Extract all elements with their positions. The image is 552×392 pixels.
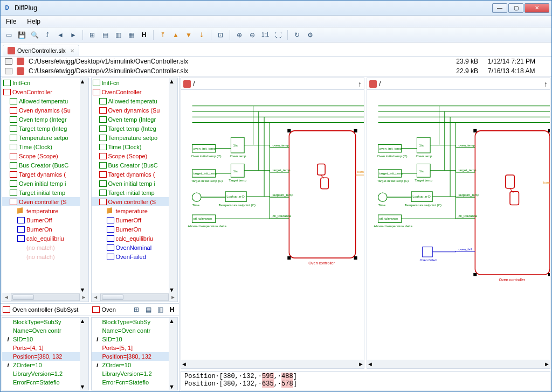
tree-item[interactable]: Oven initial temp i [92,179,178,188]
tree-item[interactable]: calc_equilibriu [2,234,88,243]
tree-item[interactable]: Target dynamics ( [2,170,88,179]
tree-item[interactable]: InitFcn [92,78,178,87]
scrollbar-vertical[interactable]: ▲▼ [169,78,177,293]
scrollbar-horizontal[interactable]: ◄► [367,360,550,368]
scrollbar-horizontal[interactable]: ◄► [2,293,88,302]
tree-item[interactable]: temperature [92,206,178,215]
tree-item[interactable]: Scope (Scope) [2,151,88,160]
tree-item[interactable]: BurnerOff [2,215,88,225]
tree-item[interactable]: Oven controller (S [2,197,88,206]
tree-item[interactable]: (no match) [2,252,88,261]
layout4-icon[interactable]: ▦ [126,30,136,40]
tree-item[interactable]: OvenNominal [92,243,178,252]
tree-item[interactable]: Oven initial temp i [2,179,88,188]
diff-first-icon[interactable]: ⤒ [158,30,168,40]
scrollbar-vertical[interactable]: ▲▼ [80,78,88,293]
menu-file[interactable]: File [4,17,18,26]
zoom-in-icon[interactable]: ⊕ [234,30,244,40]
forward-icon[interactable]: ► [68,30,78,40]
zoom-actual-icon[interactable]: 1:1 [260,30,270,40]
up-arrow-icon[interactable]: ↑ [544,80,548,88]
property-row[interactable]: Name=Oven contr [2,326,88,335]
tree-item[interactable]: BurnerOff [92,215,178,225]
tree-item[interactable]: Oven temp (Integr [2,115,88,124]
layout3-icon[interactable]: ▥ [113,30,123,40]
property-row[interactable]: Position=[380, 132 [2,352,88,361]
zoom-out-icon[interactable]: ⊖ [247,30,257,40]
diff-last-icon[interactable]: ⤓ [197,30,206,40]
diagram-right[interactable]: / ↑ oven_init_temp Oven initial temp (C)… [367,78,550,369]
property-row[interactable]: ErrorFcn=Stateflo [2,378,88,387]
tab-close-icon[interactable]: ✕ [70,48,74,54]
grid-icon[interactable]: ⊡ [216,30,225,40]
up-arrow-icon[interactable]: ↑ [358,80,362,88]
tree-item[interactable]: BurnerOn [2,225,88,234]
tree-item[interactable]: BurnerOn [92,225,178,234]
props-left[interactable]: BlockType=SubSyName=Oven contriSID=10Por… [2,317,89,390]
h-icon[interactable]: H [139,30,149,40]
tree-item[interactable]: Target temp (Integ [92,124,178,133]
save-icon[interactable]: 💾 [17,30,26,40]
diff-next-icon[interactable]: ▼ [184,30,194,40]
tree-item[interactable]: Bus Creator (BusC [2,160,88,170]
menu-help[interactable]: Help [25,17,43,26]
property-row[interactable]: iSID=10 [2,335,88,344]
property-row[interactable]: ErrorFcn=Stateflo [92,378,178,387]
tree-item[interactable]: Target temp (Integ [2,124,88,133]
search-icon[interactable]: 🔍 [30,30,39,40]
tab-ovencontroller[interactable]: OvenController.slx ✕ [3,45,79,56]
maximize-button[interactable]: ▢ [508,3,523,13]
tree-item[interactable]: calc_equilibriu [92,234,178,243]
tree-right[interactable]: InitFcnOvenControllerAllowed temperatuOv… [91,78,178,302]
tree-item[interactable]: Oven dynamics (Su [2,106,88,115]
tree-item[interactable]: Scope (Scope) [92,151,178,160]
property-row[interactable]: iZOrder=10 [2,361,88,369]
tree-item[interactable]: Target initial temp [2,188,88,197]
tree-left[interactable]: InitFcnOvenControllerAllowed temperatuOv… [2,78,89,302]
h-icon[interactable]: H [167,305,177,314]
gear-icon[interactable]: ⚙ [305,30,315,40]
up-icon[interactable]: ⤴ [43,30,52,40]
close-button[interactable]: ✕ [525,3,549,13]
tree-item[interactable]: Allowed temperatu [2,96,88,106]
scrollbar-horizontal[interactable]: ◄► [181,360,364,368]
props-right[interactable]: BlockType=SubSyName=Oven contriSID=10Por… [91,317,178,390]
layout2-icon[interactable]: ▤ [100,30,110,40]
zoom-fit-icon[interactable]: ⛶ [273,30,283,40]
property-row[interactable]: Position=[380, 132 [92,352,178,361]
layout1-icon[interactable]: ⊞ [87,30,97,40]
tree-item[interactable]: Temperature setpo [2,133,88,142]
property-row[interactable]: BlockType=SubSy [92,318,178,326]
tree-item[interactable]: temperature [2,206,88,215]
property-row[interactable]: Name=Oven contr [92,326,178,335]
layout-c-icon[interactable]: ▥ [155,305,165,314]
tree-item[interactable]: OvenController [2,87,88,96]
property-row[interactable]: BlockType=SubSy [2,318,88,326]
tree-item[interactable]: OvenController [92,87,178,96]
diff-prev-icon[interactable]: ▲ [171,30,181,40]
tree-item[interactable]: Bus Creator (BusC [92,160,178,170]
tree-item[interactable]: Allowed temperatu [92,96,178,106]
scrollbar-vertical[interactable]: ▲▼ [80,318,88,390]
tree-item[interactable]: Time (Clock) [2,142,88,151]
property-row[interactable]: LibraryVersion=1.2 [2,369,88,378]
tree-item[interactable]: Target initial temp [92,188,178,197]
property-row[interactable]: Ports=[5, 1] [92,344,178,352]
property-row[interactable]: Ports=[4, 1] [2,344,88,352]
tree-item[interactable]: Temperature setpo [92,133,178,142]
layout-b-icon[interactable]: ▤ [143,305,153,314]
refresh-icon[interactable]: ↻ [292,30,302,40]
tree-item[interactable]: (no match) [2,243,88,252]
tree-item[interactable]: Oven dynamics (Su [92,106,178,115]
property-row[interactable]: iSID=10 [92,335,178,344]
tree-item[interactable]: OvenFailed [92,252,178,261]
diagram-left[interactable]: / ↑ oven_init_temp Oven initial temp (C) [181,78,364,369]
new-icon[interactable]: ▭ [4,30,13,40]
minimize-button[interactable]: — [492,3,507,13]
tree-item[interactable]: Target dynamics ( [92,170,178,179]
tree-item[interactable]: Time (Clock) [92,142,178,151]
tree-item[interactable]: Oven controller (S [92,197,178,206]
property-row[interactable]: iZOrder=10 [92,361,178,369]
property-row[interactable]: LibraryVersion=1.2 [92,369,178,378]
scrollbar-vertical[interactable]: ▲▼ [169,318,177,390]
